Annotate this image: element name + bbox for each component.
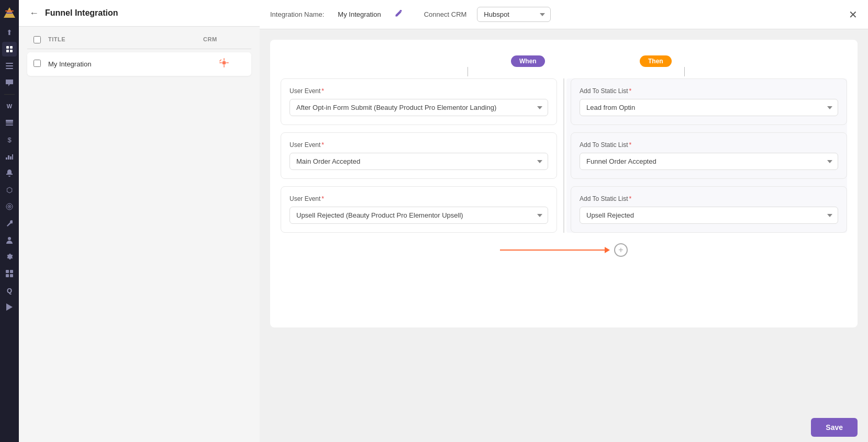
integrations-table: TITLE CRM My Integration	[19, 27, 260, 442]
svg-rect-22	[10, 270, 13, 273]
svg-rect-6	[10, 50, 13, 52]
svg-rect-2	[6, 13, 13, 14]
static-list-select-2[interactable]: Funnel Order Accepted	[580, 153, 838, 170]
svg-rect-29	[219, 62, 222, 63]
sidebar-item-bell[interactable]	[2, 166, 17, 180]
user-event-select-2[interactable]: Main Order Accepted	[290, 153, 548, 170]
when-badge: When	[511, 55, 545, 67]
sidebar: ⬆ W $ ⬡ Q	[0, 0, 19, 442]
arrow-head	[605, 247, 610, 253]
user-event-select-3[interactable]: Upsell Rejected (Beauty Product Pro Elem…	[290, 207, 548, 224]
row-checkbox[interactable]	[34, 60, 48, 69]
topbar: Integration Name: My Integration Connect…	[260, 0, 868, 29]
add-row: +	[281, 243, 847, 257]
svg-rect-10	[6, 120, 13, 122]
svg-rect-23	[6, 274, 9, 277]
sidebar-logo	[2, 5, 17, 20]
svg-point-20	[8, 237, 11, 240]
panel-title: Funnel Integration	[45, 8, 118, 18]
static-list-select-1[interactable]: Lead from Optin	[580, 99, 838, 116]
edit-integration-name-button[interactable]	[392, 8, 405, 21]
svg-rect-3	[6, 46, 9, 49]
sidebar-item-play[interactable]	[2, 300, 17, 314]
col-title-header: TITLE	[48, 36, 203, 44]
event-card-3-then: Add To Static List* Upsell Rejected	[571, 186, 847, 233]
svg-rect-30	[226, 62, 229, 63]
table-header: TITLE CRM	[27, 32, 251, 49]
user-event-select-1[interactable]: After Opt-in Form Submit (Beauty Product…	[290, 99, 548, 116]
sidebar-item-user[interactable]	[2, 233, 17, 247]
svg-rect-21	[6, 270, 9, 273]
svg-rect-7	[6, 63, 13, 64]
event-card-2-when: User Event* Main Order Accepted	[281, 132, 557, 179]
sidebar-divider	[4, 94, 15, 95]
svg-rect-16	[12, 154, 13, 160]
sidebar-item-wrench[interactable]	[2, 216, 17, 231]
svg-rect-9	[6, 68, 13, 69]
sidebar-item-dollar[interactable]: $	[2, 132, 17, 147]
integration-name-value: My Integration	[338, 10, 381, 18]
svg-point-19	[9, 206, 10, 207]
field-label-2-when: User Event*	[290, 141, 548, 149]
svg-rect-13	[6, 157, 7, 160]
left-panel: ← Funnel Integration TITLE CRM My Integr…	[19, 0, 260, 442]
sidebar-item-settings[interactable]	[2, 250, 17, 264]
svg-rect-4	[10, 46, 13, 49]
svg-marker-25	[6, 303, 13, 311]
col-checkbox	[34, 36, 48, 44]
svg-rect-11	[6, 122, 13, 123]
integration-name-label: Integration Name:	[270, 10, 324, 18]
connect-crm-label: Connect CRM	[424, 10, 467, 18]
main-area: Integration Name: My Integration Connect…	[260, 0, 868, 442]
row-title: My Integration	[48, 60, 203, 68]
when-column: User Event* After Opt-in Form Submit (Be…	[281, 78, 561, 233]
svg-rect-14	[8, 155, 9, 160]
then-column: Add To Static List* Lead from Optin Add …	[566, 78, 847, 233]
close-button[interactable]: ✕	[849, 9, 858, 20]
sidebar-item-list[interactable]	[2, 59, 17, 73]
sidebar-item-target[interactable]	[2, 199, 17, 214]
sidebar-item-modules[interactable]	[2, 266, 17, 281]
sidebar-item-search[interactable]: Q	[2, 283, 17, 298]
svg-rect-27	[224, 58, 225, 61]
panel-header: ← Funnel Integration	[19, 0, 260, 27]
sidebar-item-chart[interactable]	[2, 149, 17, 164]
add-event-button[interactable]: +	[614, 243, 628, 257]
hubspot-icon	[219, 58, 229, 71]
table-row[interactable]: My Integration	[27, 52, 251, 76]
svg-rect-8	[6, 65, 13, 66]
event-card-2-then: Add To Static List* Funnel Order Accepte…	[571, 132, 847, 179]
col-crm-header: CRM	[203, 36, 245, 44]
field-label-1-when: User Event*	[290, 87, 548, 95]
flow-container: When Then U	[270, 40, 858, 327]
then-badge: Then	[640, 55, 672, 67]
svg-rect-31	[219, 59, 222, 62]
column-divider	[563, 78, 564, 233]
field-label-2-then: Add To Static List*	[580, 141, 838, 149]
field-label-3-then: Add To Static List*	[580, 195, 838, 202]
svg-rect-24	[10, 274, 13, 277]
save-button[interactable]: Save	[811, 418, 858, 437]
back-button[interactable]: ←	[29, 8, 39, 18]
select-all-checkbox[interactable]	[34, 36, 41, 43]
sidebar-item-funnels[interactable]	[2, 42, 17, 56]
crm-select[interactable]: Hubspot Salesforce ActiveCampaign	[477, 7, 551, 22]
svg-rect-5	[6, 50, 9, 52]
event-card-1-then: Add To Static List* Lead from Optin	[571, 78, 847, 125]
field-label-1-then: Add To Static List*	[580, 87, 838, 95]
sidebar-item-chat[interactable]	[2, 75, 17, 90]
svg-rect-1	[5, 10, 14, 12]
row-crm-icon	[203, 58, 245, 71]
sidebar-item-hex[interactable]: ⬡	[2, 183, 17, 197]
save-btn-container: Save	[260, 413, 868, 442]
sidebar-item-woo[interactable]: W	[2, 99, 17, 114]
static-list-select-3[interactable]: Upsell Rejected	[580, 207, 838, 224]
svg-rect-12	[6, 124, 13, 126]
sidebar-item-table[interactable]	[2, 116, 17, 130]
field-label-3-when: User Event*	[290, 195, 548, 202]
svg-point-26	[222, 61, 226, 65]
canvas: When Then U	[260, 29, 868, 413]
sidebar-item-back[interactable]: ⬆	[2, 25, 17, 40]
event-card-1-when: User Event* After Opt-in Form Submit (Be…	[281, 78, 557, 125]
svg-rect-15	[10, 156, 12, 160]
